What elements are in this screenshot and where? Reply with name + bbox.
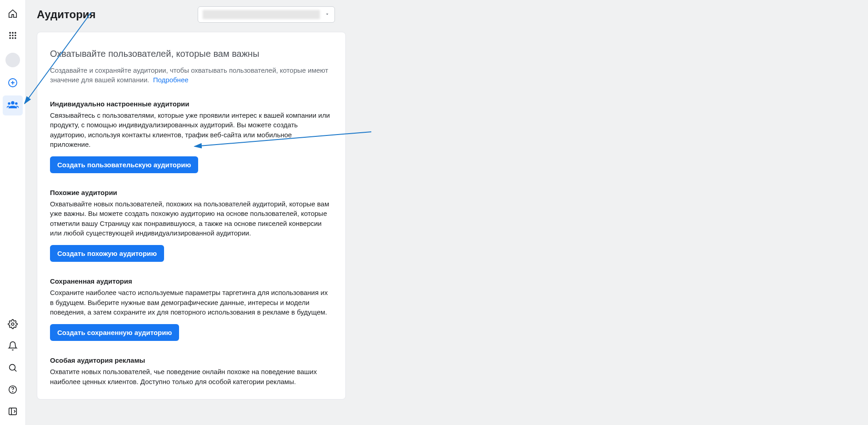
sidebar-top-group	[3, 5, 23, 115]
svg-point-4	[12, 35, 14, 36]
hero-title: Охватывайте пользователей, которые вам в…	[50, 49, 333, 59]
svg-point-7	[12, 37, 14, 39]
svg-point-1	[12, 32, 14, 34]
create-plus-icon	[7, 77, 18, 90]
sidebar-search[interactable]	[3, 359, 23, 379]
svg-point-6	[9, 37, 11, 39]
section-special-ad-audience: Особая аудитория рекламы Охватите новых …	[50, 356, 333, 386]
section-text: Сохраните наиболее часто используемые па…	[50, 288, 333, 317]
collapse-panel-icon	[8, 406, 18, 418]
section-title: Особая аудитория рекламы	[50, 356, 333, 364]
search-icon	[8, 363, 18, 375]
page-title: Аудитория	[37, 8, 96, 21]
chevron-down-icon	[324, 10, 330, 19]
sidebar	[0, 0, 26, 425]
section-title: Индивидуально настроенные аудитории	[50, 100, 333, 108]
create-lookalike-audience-button[interactable]: Создать похожую аудиторию	[50, 245, 164, 262]
sidebar-help[interactable]	[3, 380, 23, 400]
section-saved-audience: Сохраненная аудитория Сохраните наиболее…	[50, 277, 333, 341]
svg-point-2	[15, 32, 16, 34]
hero-lead: Создавайте и сохраняйте аудитории, чтобы…	[50, 65, 333, 85]
sidebar-audiences[interactable]	[3, 95, 23, 115]
settings-gear-icon	[8, 319, 18, 331]
apps-grid-icon	[8, 31, 17, 42]
section-lookalike-audiences: Похожие аудитории Охватывайте новых поль…	[50, 189, 333, 262]
create-saved-audience-button[interactable]: Создать сохраненную аудиторию	[50, 324, 179, 341]
section-title: Сохраненная аудитория	[50, 277, 333, 285]
section-text: Охватывайте новых пользователей, похожих…	[50, 199, 333, 238]
svg-point-13	[8, 102, 10, 105]
hero-learn-more-link[interactable]: Подробнее	[153, 76, 189, 84]
sidebar-collapse[interactable]	[3, 402, 23, 422]
section-title: Похожие аудитории	[50, 189, 333, 196]
hero-lead-text: Создавайте и сохраняйте аудитории, чтобы…	[50, 66, 328, 84]
create-custom-audience-button[interactable]: Создать пользовательскую аудиторию	[50, 156, 198, 173]
section-text: Связывайтесь с пользователями, которые у…	[50, 110, 333, 149]
header: Аудитория	[37, 0, 868, 32]
avatar-icon	[5, 53, 20, 67]
audiences-card: Охватывайте пользователей, которые вам в…	[37, 32, 346, 400]
sidebar-notifications[interactable]	[3, 337, 23, 357]
sidebar-bottom-group	[3, 315, 23, 422]
notifications-bell-icon	[8, 341, 18, 353]
sidebar-settings[interactable]	[3, 315, 23, 335]
content-area: Аудитория Охватывайте пользователей, кот…	[26, 0, 868, 425]
svg-line-17	[15, 370, 17, 372]
home-icon	[8, 9, 18, 20]
account-redacted-value	[203, 10, 320, 19]
sidebar-create[interactable]	[3, 74, 23, 94]
svg-point-14	[15, 102, 18, 105]
sidebar-home[interactable]	[3, 5, 23, 25]
sidebar-avatar[interactable]	[3, 50, 23, 70]
svg-point-19	[13, 391, 13, 392]
section-custom-audiences: Индивидуально настроенные аудитории Связ…	[50, 100, 333, 173]
account-selector	[198, 6, 335, 23]
audiences-icon	[7, 100, 19, 111]
svg-point-0	[9, 32, 11, 34]
section-text: Охватите новых пользователей, чье поведе…	[50, 367, 333, 386]
sidebar-apps[interactable]	[3, 26, 23, 46]
svg-point-12	[11, 101, 14, 105]
svg-point-16	[10, 365, 15, 370]
svg-point-5	[15, 35, 16, 36]
svg-point-3	[9, 35, 11, 36]
help-icon	[8, 385, 18, 396]
svg-point-8	[15, 37, 16, 39]
svg-point-15	[11, 323, 14, 325]
account-dropdown[interactable]	[198, 6, 335, 23]
